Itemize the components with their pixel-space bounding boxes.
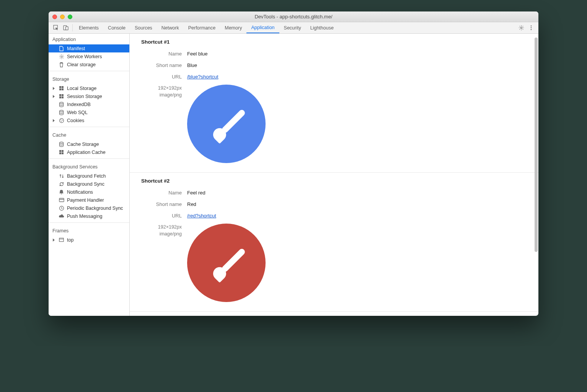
tab-console[interactable]: Console: [103, 22, 130, 33]
database-icon: [59, 141, 64, 147]
database-icon: [59, 109, 64, 115]
shortcut-icon-preview: [187, 224, 266, 302]
tab-application[interactable]: Application: [246, 22, 279, 33]
traffic-lights: [52, 15, 72, 19]
sidebar-item-periodic-background-sync[interactable]: Periodic Background Sync: [49, 204, 129, 212]
updown-icon: [59, 173, 64, 179]
card-icon: [59, 197, 64, 203]
frame-icon: [59, 237, 64, 243]
field-value: /red?shortcut: [187, 212, 216, 220]
svg-point-16: [60, 102, 64, 104]
shortcut-url-link[interactable]: /red?shortcut: [187, 213, 216, 219]
inspect-element-icon[interactable]: [51, 22, 61, 33]
window-titlebar: DevTools - app-shortcuts.glitch.me/: [49, 11, 538, 22]
cloud-icon: [59, 213, 64, 219]
sidebar-item-cache-storage[interactable]: Cache Storage: [49, 140, 129, 148]
field-value: Feel red: [187, 189, 205, 197]
shortcut-section-2: Shortcut #2NameFeel redShort nameRedURL/…: [130, 173, 538, 312]
field-label: Name: [141, 50, 187, 58]
separator: [72, 24, 73, 31]
sidebar-item-label: Cache Storage: [67, 142, 99, 147]
sidebar-item-web-sql[interactable]: Web SQL: [49, 108, 129, 116]
sidebar-item-background-fetch[interactable]: Background Fetch: [49, 172, 129, 180]
svg-point-21: [61, 121, 62, 122]
svg-point-19: [60, 119, 61, 120]
expand-arrow-icon[interactable]: [53, 238, 55, 242]
sidebar-group-frames: Frames: [49, 225, 129, 236]
scrollbar-thumb[interactable]: [535, 38, 538, 252]
shortcut-icon-preview: [187, 85, 266, 163]
sidebar-item-service-workers[interactable]: Service Workers: [49, 52, 129, 60]
tab-elements[interactable]: Elements: [74, 22, 103, 33]
tab-network[interactable]: Network: [157, 22, 184, 33]
window-title: DevTools - app-shortcuts.glitch.me/: [49, 14, 538, 20]
field-value: /blue?shortcut: [187, 73, 218, 81]
expand-arrow-icon[interactable]: [53, 87, 55, 90]
sidebar-item-cookies[interactable]: Cookies: [49, 116, 129, 124]
application-sidebar[interactable]: ApplicationManifestService WorkersClear …: [49, 34, 130, 316]
sidebar-item-label: Payment Handler: [67, 198, 104, 203]
manifest-pane[interactable]: Shortcut #1NameFeel blueShort nameBlueUR…: [130, 34, 538, 316]
minimize-window-button[interactable]: [60, 15, 65, 19]
sidebar-item-top[interactable]: top: [49, 236, 129, 244]
sidebar-item-background-sync[interactable]: Background Sync: [49, 180, 129, 188]
svg-point-20: [62, 120, 63, 121]
shortcut-url-link[interactable]: /blue?shortcut: [187, 74, 218, 80]
sidebar-group-cache: Cache: [49, 129, 129, 140]
svg-rect-25: [59, 152, 61, 154]
icon-meta: 192×192pximage/png: [141, 85, 187, 98]
field-label: Short name: [141, 62, 187, 69]
tab-security[interactable]: Security: [279, 22, 306, 33]
svg-rect-24: [62, 150, 64, 152]
svg-rect-8: [59, 86, 61, 88]
sidebar-item-label: Background Sync: [67, 181, 104, 187]
field-label: URL: [141, 212, 187, 220]
sidebar-item-payment-handler[interactable]: Payment Handler: [49, 196, 129, 204]
tab-performance[interactable]: Performance: [184, 22, 220, 33]
sidebar-item-label: Cookies: [67, 118, 84, 123]
expand-arrow-icon[interactable]: [53, 119, 55, 122]
zoom-window-button[interactable]: [68, 15, 72, 19]
sidebar-item-label: Application Cache: [67, 150, 106, 155]
tab-sources[interactable]: Sources: [130, 22, 157, 33]
expand-arrow-icon[interactable]: [53, 95, 55, 98]
sidebar-item-session-storage[interactable]: Session Storage: [49, 92, 129, 100]
svg-rect-12: [59, 94, 61, 96]
sidebar-item-push-messaging[interactable]: Push Messaging: [49, 212, 129, 220]
svg-rect-10: [59, 88, 61, 90]
gear-icon: [59, 54, 64, 59]
sidebar-item-label: Notifications: [67, 189, 93, 195]
field-label: Short name: [141, 201, 187, 208]
sidebar-group-background-services: Background Services: [49, 161, 129, 172]
sidebar-item-application-cache[interactable]: Application Cache: [49, 148, 129, 156]
sidebar-item-label: Web SQL: [67, 110, 88, 115]
svg-rect-9: [62, 86, 64, 88]
brush-icon: [221, 248, 246, 273]
sidebar-item-label: Clear storage: [67, 62, 96, 67]
device-toolbar-icon[interactable]: [61, 22, 71, 33]
tab-lighthouse[interactable]: Lighthouse: [306, 22, 338, 33]
sidebar-item-label: Session Storage: [67, 94, 102, 99]
sidebar-item-label: Service Workers: [67, 54, 102, 59]
sidebar-item-clear-storage[interactable]: Clear storage: [49, 60, 129, 69]
svg-rect-15: [62, 96, 64, 98]
sidebar-item-local-storage[interactable]: Local Storage: [49, 84, 129, 92]
sidebar-item-label: Local Storage: [67, 86, 96, 91]
more-menu-icon[interactable]: [526, 22, 536, 33]
svg-rect-13: [62, 94, 64, 96]
sidebar-item-indexeddb[interactable]: IndexedDB: [49, 100, 129, 108]
scrollbar[interactable]: [534, 34, 538, 316]
svg-rect-30: [59, 238, 64, 242]
svg-rect-27: [59, 198, 64, 202]
sidebar-item-manifest[interactable]: Manifest: [49, 44, 129, 52]
sidebar-item-notifications[interactable]: Notifications: [49, 188, 129, 196]
sidebar-item-label: Manifest: [67, 46, 85, 51]
tab-memory[interactable]: Memory: [220, 22, 246, 33]
sync-icon: [59, 181, 64, 187]
svg-point-18: [59, 118, 64, 122]
close-window-button[interactable]: [52, 15, 57, 19]
svg-point-22: [60, 142, 64, 144]
settings-icon[interactable]: [516, 22, 526, 33]
sidebar-item-label: Push Messaging: [67, 214, 102, 219]
svg-point-5: [531, 27, 532, 28]
